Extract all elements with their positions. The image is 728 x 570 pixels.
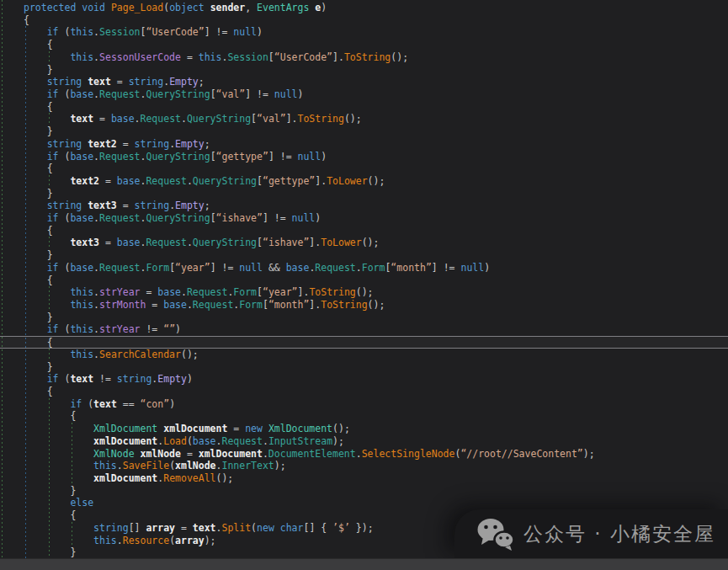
code-line[interactable]: { xyxy=(0,39,728,51)
code-token: ] != xyxy=(210,262,240,274)
code-line[interactable]: XmlDocument xmlDocument = new XmlDocumen… xyxy=(0,423,728,435)
code-token: base xyxy=(111,113,135,125)
code-token xyxy=(274,522,280,534)
code-token: } xyxy=(47,64,53,76)
code-token: Request xyxy=(99,262,140,274)
code-token: = xyxy=(117,138,135,150)
code-line[interactable]: string text2 = string.Empty; xyxy=(0,138,728,151)
code-token: null xyxy=(298,151,321,162)
code-line[interactable]: { xyxy=(0,386,728,398)
code-token: ]. xyxy=(309,237,321,248)
code-line[interactable]: { xyxy=(0,336,728,349)
code-line[interactable]: { xyxy=(0,225,728,237)
code-token: this xyxy=(70,349,93,360)
code-token: } xyxy=(47,361,53,373)
code-token: [ xyxy=(268,51,274,63)
code-token: Session xyxy=(99,26,140,38)
code-line[interactable]: { xyxy=(0,410,728,423)
code-line[interactable]: if (base.Request.Form[“year”] != null &&… xyxy=(0,262,728,274)
code-token: [ xyxy=(210,151,216,162)
code-token: null xyxy=(274,88,298,100)
code-line[interactable]: } xyxy=(0,249,728,262)
code-token: SaveFile xyxy=(123,460,169,471)
code-token: ]. xyxy=(309,299,321,311)
code-line[interactable]: if (text != string.Empty) xyxy=(0,373,728,386)
code-token: (); xyxy=(332,423,350,434)
code-line[interactable]: } xyxy=(0,312,728,324)
code-token: = xyxy=(93,113,111,125)
code-line[interactable]: string text = string.Empty; xyxy=(0,76,728,88)
code-line[interactable]: } xyxy=(0,125,728,138)
code-line[interactable]: this.strMonth = base.Request.Form[“month… xyxy=(0,299,728,312)
code-token: (); xyxy=(344,113,362,125)
code-token: . xyxy=(117,535,123,546)
code-line[interactable]: if (text == “con”) xyxy=(0,398,728,411)
bottom-scrollbar-track[interactable] xyxy=(0,558,728,570)
code-token: “UserCode” xyxy=(274,51,332,63)
code-token: text2 xyxy=(70,175,99,187)
code-line[interactable]: XmlNode xmlNode = xmlDocument.DocumentEl… xyxy=(0,448,728,461)
code-token: new xyxy=(245,423,263,434)
code-token: Empty xyxy=(175,200,205,211)
code-line[interactable]: if (base.Request.QueryString[“gettype”] … xyxy=(0,151,728,163)
code-token: ]. xyxy=(332,51,344,63)
code-token: ToLower xyxy=(321,237,361,248)
code-token: base xyxy=(70,151,93,162)
code-area[interactable]: protected void Page_Load(object sender, … xyxy=(0,0,728,558)
code-token: ToString xyxy=(309,286,355,298)
code-line[interactable]: this.SearchCalendar(); xyxy=(0,349,728,361)
code-line[interactable]: if (this.Session[“UserCode”] != null) xyxy=(0,26,728,39)
code-token: . xyxy=(93,88,99,100)
code-token: “month” xyxy=(391,262,431,274)
code-token: this xyxy=(70,51,93,63)
code-line[interactable]: text3 = base.Request.QueryString[“ishave… xyxy=(0,237,728,249)
code-line[interactable]: this.strYear = base.Request.Form[“year”]… xyxy=(0,286,728,299)
code-token: [] xyxy=(129,522,146,534)
code-token: ( xyxy=(59,262,71,274)
code-line[interactable]: { xyxy=(0,101,728,114)
code-line[interactable]: xmlDocument.RemoveAll(); xyxy=(0,472,728,485)
code-line[interactable]: if (this.strYear != “”) xyxy=(0,323,728,336)
code-token: ] != xyxy=(268,151,298,162)
code-line[interactable]: { xyxy=(0,14,728,27)
code-line[interactable]: this.SessonUserCode = this.Session[“User… xyxy=(0,51,728,64)
code-token: object xyxy=(169,2,205,13)
code-token: . xyxy=(187,175,193,187)
code-line[interactable]: } xyxy=(0,64,728,77)
code-line[interactable]: xmlDocument.Load(base.Request.InputStrea… xyxy=(0,435,728,448)
code-line[interactable]: { xyxy=(0,162,728,175)
code-token: Empty xyxy=(169,76,199,88)
code-token: [ xyxy=(257,237,263,248)
code-token: QueryString xyxy=(146,212,210,224)
code-token: ] != xyxy=(432,262,461,274)
code-token: Request xyxy=(187,286,227,298)
code-line[interactable]: { xyxy=(0,274,728,287)
code-token: ); xyxy=(583,448,595,460)
code-token: [ xyxy=(210,212,216,224)
code-token: Page_Load xyxy=(111,2,163,13)
code-line[interactable]: } xyxy=(0,485,728,498)
code-line[interactable]: } xyxy=(0,188,728,200)
code-token: ]. xyxy=(315,175,327,187)
code-token: xmlNode xyxy=(175,460,215,471)
code-line[interactable]: if (base.Request.QueryString[“val”] != n… xyxy=(0,88,728,101)
code-token: string xyxy=(117,373,152,385)
code-token: (); xyxy=(368,299,385,311)
code-token: ); xyxy=(274,460,286,471)
code-token: base xyxy=(70,262,93,274)
code-line[interactable]: protected void Page_Load(object sender, … xyxy=(0,2,728,14)
code-token: protected xyxy=(24,2,76,13)
code-line[interactable]: if (base.Request.QueryString[“ishave”] !… xyxy=(0,212,728,225)
code-token: ( xyxy=(59,323,71,335)
code-token: ] != xyxy=(205,26,234,38)
code-token: == xyxy=(117,398,141,410)
code-line[interactable]: this.SaveFile(xmlNode.InnerText); xyxy=(0,460,728,472)
code-line[interactable]: string text3 = string.Empty; xyxy=(0,200,728,212)
code-token: [ xyxy=(210,88,216,100)
code-token: . xyxy=(356,262,362,274)
code-line[interactable]: text = base.Request.QueryString[“val”].T… xyxy=(0,113,728,125)
code-token: ) xyxy=(175,323,181,335)
code-line[interactable]: } xyxy=(0,361,728,374)
code-line[interactable]: else xyxy=(0,497,728,509)
code-line[interactable]: text2 = base.Request.QueryString[“gettyp… xyxy=(0,175,728,188)
